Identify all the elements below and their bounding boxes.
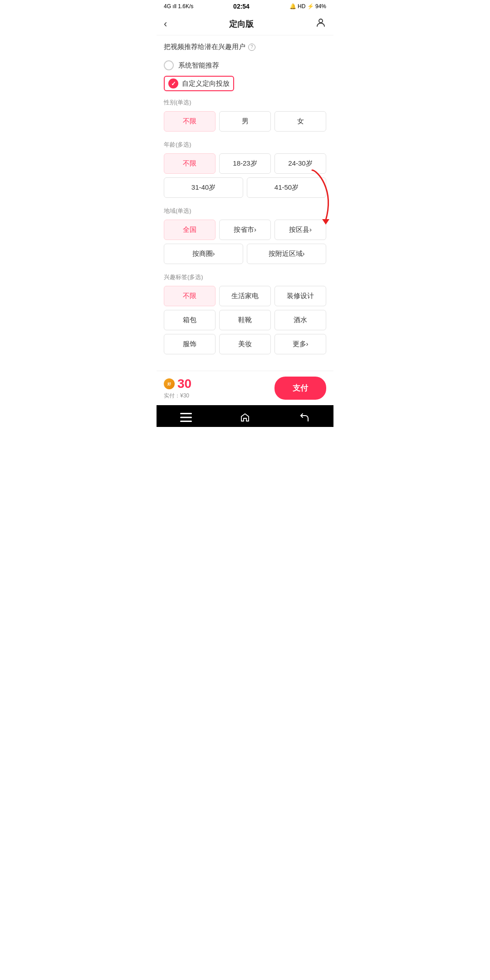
page-title: 定向版 bbox=[229, 19, 254, 29]
back-button[interactable]: ‹ bbox=[164, 18, 167, 30]
help-icon[interactable]: ? bbox=[248, 44, 255, 51]
price-amount: 30 bbox=[177, 377, 191, 391]
interest-option-1[interactable]: 生活家电 bbox=[219, 286, 271, 306]
svg-point-0 bbox=[319, 19, 323, 23]
gender-grid: 不限 男 女 bbox=[164, 111, 326, 132]
age-grid-1: 不限 18-23岁 24-30岁 bbox=[164, 153, 326, 174]
system-label: 系统智能推荐 bbox=[178, 61, 219, 70]
custom-label: 自定义定向投放 bbox=[182, 79, 230, 88]
gender-option-1[interactable]: 男 bbox=[219, 111, 271, 132]
custom-radio[interactable] bbox=[168, 78, 178, 88]
age-option-3[interactable]: 31-40岁 bbox=[164, 177, 243, 198]
age-option-1[interactable]: 18-23岁 bbox=[219, 153, 271, 174]
gender-section: 性别(单选) 不限 男 女 bbox=[164, 98, 326, 132]
signal-text: 4G ıll 1.6K/s bbox=[164, 3, 193, 10]
age-label: 年龄(多选) bbox=[164, 141, 326, 149]
status-bar: 4G ıll 1.6K/s 02:54 🔔 HD ⚡ 94% bbox=[157, 0, 333, 13]
region-option-0[interactable]: 全国 bbox=[164, 220, 216, 240]
interest-option-3[interactable]: 箱包 bbox=[164, 310, 216, 330]
home-button[interactable] bbox=[234, 411, 256, 424]
gender-label: 性别(单选) bbox=[164, 98, 326, 107]
gender-option-0[interactable]: 不限 bbox=[164, 111, 216, 132]
region-option-4[interactable]: 按附近区域› bbox=[247, 244, 326, 264]
coin-icon: 好 bbox=[164, 378, 175, 389]
region-section: 地域(单选) 全国 按省市› 按区县› 按商圈› 按附近区域› bbox=[164, 207, 326, 264]
interest-option-8[interactable]: 更多› bbox=[274, 334, 326, 354]
interest-label: 兴趣标签(多选) bbox=[164, 273, 326, 281]
back-nav-button[interactable] bbox=[293, 411, 315, 424]
age-option-0[interactable]: 不限 bbox=[164, 153, 216, 174]
section-header: 把视频推荐给潜在兴趣用户 ? bbox=[164, 43, 326, 51]
time-text: 02:54 bbox=[233, 3, 250, 10]
price-row: 好 30 bbox=[164, 377, 191, 391]
system-option[interactable]: 系统智能推荐 bbox=[164, 57, 326, 74]
menu-button[interactable] bbox=[175, 411, 197, 424]
arrow-annotation bbox=[303, 166, 333, 225]
bottom-nav bbox=[157, 405, 333, 427]
pay-button[interactable]: 支付 bbox=[274, 377, 326, 400]
region-option-2[interactable]: 按区县› bbox=[274, 220, 326, 240]
region-label: 地域(单选) bbox=[164, 207, 326, 215]
interest-option-7[interactable]: 美妆 bbox=[219, 334, 271, 354]
svg-rect-3 bbox=[180, 417, 192, 418]
nav-bar: ‹ 定向版 bbox=[157, 13, 333, 35]
interest-grid-2: 箱包 鞋靴 酒水 bbox=[164, 310, 326, 330]
system-radio[interactable] bbox=[164, 60, 174, 70]
interest-option-0[interactable]: 不限 bbox=[164, 286, 216, 306]
svg-marker-1 bbox=[322, 219, 329, 225]
interest-option-5[interactable]: 酒水 bbox=[274, 310, 326, 330]
interest-grid-3: 服饰 美妆 更多› bbox=[164, 334, 326, 354]
price-section: 好 30 实付：¥30 bbox=[164, 377, 191, 400]
interest-option-6[interactable]: 服饰 bbox=[164, 334, 216, 354]
gender-option-2[interactable]: 女 bbox=[274, 111, 326, 132]
profile-button[interactable] bbox=[315, 17, 326, 30]
actual-price: 实付：¥30 bbox=[164, 392, 191, 400]
age-section: 年龄(多选) 不限 18-23岁 24-30岁 31-40岁 41-50岁 bbox=[164, 141, 326, 198]
age-grid-2: 31-40岁 41-50岁 bbox=[164, 177, 326, 198]
interest-section: 兴趣标签(多选) 不限 生活家电 装修设计 箱包 鞋靴 酒水 服饰 美妆 更多› bbox=[164, 273, 326, 354]
interest-option-2[interactable]: 装修设计 bbox=[274, 286, 326, 306]
svg-rect-2 bbox=[180, 413, 192, 414]
region-option-3[interactable]: 按商圈› bbox=[164, 244, 243, 264]
bottom-bar: 好 30 实付：¥30 支付 bbox=[157, 371, 333, 405]
header-text: 把视频推荐给潜在兴趣用户 bbox=[164, 43, 245, 51]
region-option-1[interactable]: 按省市› bbox=[219, 220, 271, 240]
region-grid-1: 全国 按省市› 按区县› bbox=[164, 220, 326, 240]
main-content: 把视频推荐给潜在兴趣用户 ? 系统智能推荐 自定义定向投放 性别(单选) 不限 … bbox=[157, 35, 333, 371]
svg-rect-4 bbox=[180, 421, 192, 422]
custom-option[interactable]: 自定义定向投放 bbox=[164, 76, 234, 91]
region-grid-2: 按商圈› 按附近区域› bbox=[164, 244, 326, 264]
radio-group: 系统智能推荐 自定义定向投放 bbox=[164, 57, 326, 91]
status-icons: 🔔 HD ⚡ 94% bbox=[289, 3, 326, 10]
interest-option-4[interactable]: 鞋靴 bbox=[219, 310, 271, 330]
interest-grid-1: 不限 生活家电 装修设计 bbox=[164, 286, 326, 306]
